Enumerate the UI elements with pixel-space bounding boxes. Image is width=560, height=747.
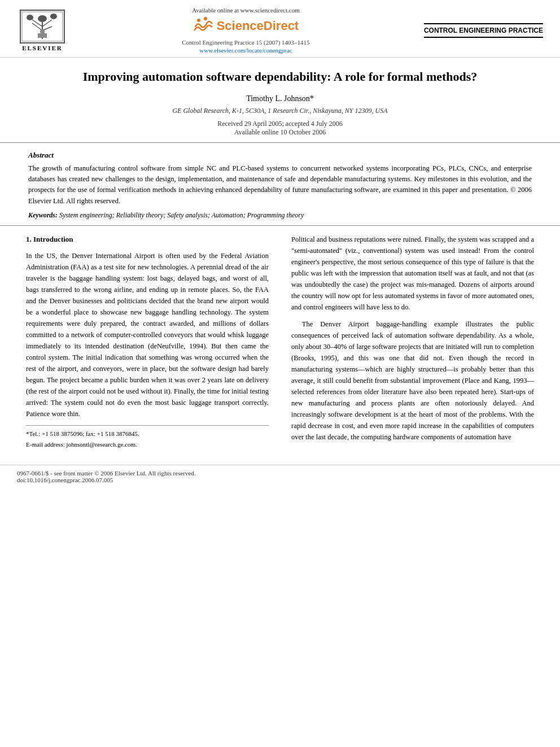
top-rule	[424, 23, 543, 24]
svg-point-8	[50, 14, 57, 19]
journal-name-box: CONTROL ENGINEERING PRACTICE	[424, 23, 543, 38]
column-left: 1. Introduction In the US, the Denver In…	[17, 226, 280, 459]
header-center: Available online at www.sciencedirect.co…	[182, 7, 309, 54]
col-right-para-1: Political and business reputations were …	[291, 234, 534, 313]
article-available: Available online 10 October 2006	[34, 128, 526, 137]
page: ELSEVIER Available online at www.science…	[0, 0, 560, 747]
journal-citation: Control Engineering Practice 15 (2007) 1…	[182, 39, 309, 46]
elsevier-logo: ELSEVIER	[17, 10, 68, 51]
sd-icon	[193, 16, 213, 36]
col-left-para-1: In the US, the Denver International Airp…	[26, 250, 269, 420]
abstract-section: Abstract The growth of manufacturing con…	[0, 143, 560, 226]
elsevier-url[interactable]: www.elsevier.com/locate/conengprac	[199, 47, 292, 54]
journal-right-label: CONTROL ENGINEERING PRACTICE	[424, 27, 543, 34]
svg-point-7	[27, 15, 33, 20]
keywords-text: System engineering; Reliability theory; …	[59, 211, 304, 219]
svg-line-2	[32, 23, 42, 30]
article-received: Received 29 April 2005; accepted 4 July …	[34, 120, 526, 128]
svg-point-11	[197, 19, 200, 22]
footer-doi: doi:10.1016/j.conengprac.2006.07.005	[17, 477, 543, 483]
bottom-rule	[424, 37, 543, 38]
keywords-line: Keywords: System engineering; Reliabilit…	[28, 211, 532, 220]
footnote-tel: *Tel.: +1 518 3875096; fax: +1 518 38768…	[26, 429, 269, 439]
svg-point-12	[204, 17, 207, 20]
article-header: Improving automation software dependabil…	[0, 58, 560, 143]
sciencedirect-label: ScienceDirect	[217, 19, 299, 33]
svg-rect-9	[38, 33, 47, 38]
footer-issn: 0967-0661/$ - see front matter © 2006 El…	[17, 470, 543, 477]
col-right-para-2: The Denver Airport baggage-handling exam…	[291, 318, 534, 443]
article-authors: Timothy L. Johnson*	[34, 94, 526, 103]
body-content: 1. Introduction In the US, the Denver In…	[0, 226, 560, 459]
available-online-text: Available online at www.sciencedirect.co…	[192, 7, 300, 14]
column-right: Political and business reputations were …	[280, 226, 543, 459]
section1-heading: 1. Introduction	[26, 234, 269, 246]
footnote-area: *Tel.: +1 518 3875096; fax: +1 518 38768…	[26, 425, 269, 450]
sciencedirect-logo: ScienceDirect	[193, 16, 299, 36]
article-title: Improving automation software dependabil…	[34, 69, 526, 85]
elsevier-label: ELSEVIER	[22, 45, 63, 51]
abstract-label: Abstract	[28, 151, 532, 160]
article-affiliation: GE Global Research, K-1, 5C30A, 1 Resear…	[34, 107, 526, 115]
keywords-label: Keywords:	[28, 211, 58, 219]
elsevier-logo-image	[20, 10, 65, 43]
page-footer: 0967-0661/$ - see front matter © 2006 El…	[0, 465, 560, 488]
svg-point-10	[40, 29, 45, 34]
svg-point-6	[38, 15, 47, 22]
abstract-text: The growth of manufacturing control soft…	[28, 163, 532, 207]
footnote-email: E-mail address: johnsontl@research.ge.co…	[26, 440, 269, 450]
page-header: ELSEVIER Available online at www.science…	[0, 0, 560, 58]
